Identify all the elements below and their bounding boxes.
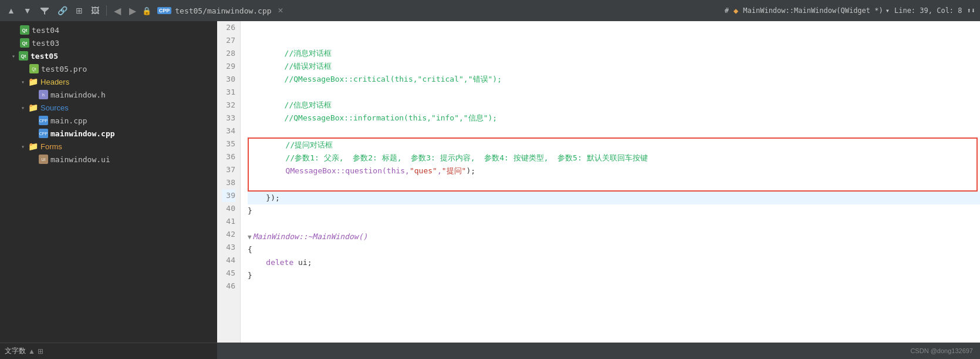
sidebar-item-headers[interactable]: ▾ 📁 Headers: [0, 75, 217, 88]
sidebar-bottom-add-btn[interactable]: ⊞: [38, 347, 43, 355]
ln-42: 42: [222, 228, 235, 241]
sidebar-label-test03: test03: [32, 39, 59, 48]
sidebar-item-mainwindow-h[interactable]: h mainwindow.h: [0, 88, 217, 101]
h-file-icon: h: [39, 90, 48, 99]
ln-31: 31: [222, 86, 235, 99]
code-line-32: //信息对话框: [248, 99, 980, 112]
code-line-27: [248, 34, 980, 47]
sidebar-label-test05: test05: [31, 52, 58, 61]
code-editor[interactable]: 26 27 28 29 30 31 32 33 34 35 36 37 38 3…: [217, 21, 980, 343]
ln-41: 41: [222, 215, 235, 228]
comment-30: //QMessageBox::critical(this,"critical",…: [248, 75, 502, 83]
code-40: }: [248, 206, 252, 215]
code-line-43: {: [248, 243, 980, 256]
toolbar-add-btn[interactable]: ⊞: [73, 5, 85, 16]
sidebar-bottom-up-btn[interactable]: ▲: [28, 347, 35, 355]
sidebar-item-test04[interactable]: Qt test04: [0, 24, 217, 36]
sidebar-item-main-cpp[interactable]: CPP main.cpp: [0, 114, 217, 127]
main-layout: Qt test04 Qt test03 ▾ Qt test05 Qt test0…: [0, 21, 980, 343]
cpp-file-icon: CPP: [157, 7, 172, 14]
comment-28: //消息对话框: [248, 49, 332, 58]
function-color-icon: ◆: [734, 6, 738, 15]
toolbar-image-btn[interactable]: 🖼: [89, 5, 102, 16]
file-tab-label: test05/mainwindow.cpp: [175, 6, 271, 15]
code-line-38: [249, 177, 976, 190]
code-line-35: //提问对话框: [249, 139, 976, 152]
ln-39: 39: [222, 189, 235, 202]
ln-43: 43: [222, 241, 235, 254]
sidebar-label-main-cpp: main.cpp: [50, 116, 87, 125]
file-tab[interactable]: CPP test05/mainwindow.cpp ✕: [157, 5, 286, 16]
ln-27: 27: [222, 34, 235, 47]
ln-40: 40: [222, 202, 235, 215]
toolbar: ▲ ▼ 🔗 ⊞ 🖼 ◀ ▶ 🔒 CPP test05/mainwindow.cp…: [0, 0, 980, 21]
qt-icon-test03: Qt: [20, 38, 29, 48]
comment-36: //参数1: 父亲, 参数2: 标题, 参数3: 提示内容, 参数4: 按键类型…: [249, 153, 648, 162]
sidebar-item-test05[interactable]: ▾ Qt test05: [0, 49, 217, 62]
code-lines: //消息对话框 //错误对话框 //QMessageBox::critical(…: [241, 21, 980, 343]
ln-36: 36: [222, 150, 235, 163]
cpp-icon-main: CPP: [39, 116, 48, 125]
code-line-28: //消息对话框: [248, 47, 980, 60]
code-37-str2: "提问": [442, 166, 467, 175]
toolbar-up-down-icon: ⬆⬇: [967, 6, 975, 15]
ln-32: 32: [222, 99, 235, 112]
sidebar-item-forms[interactable]: ▾ 📁 Forms: [0, 140, 217, 153]
hash-symbol: #: [725, 6, 729, 15]
sidebar-item-sources[interactable]: ▾ 📁 Sources: [0, 101, 217, 114]
toolbar-down-btn[interactable]: ▼: [21, 5, 34, 16]
chevron-sources-icon: ▾: [21, 105, 25, 111]
code-line-46: [248, 282, 980, 295]
code-44-delete: delete: [248, 258, 298, 267]
sidebar-label-sources: Sources: [40, 103, 69, 112]
sidebar-label-forms: Forms: [40, 142, 62, 151]
code-line-39: });: [248, 192, 980, 204]
comment-29: //错误对话框: [248, 62, 332, 71]
sidebar-item-mainwindow-cpp[interactable]: CPP mainwindow.cpp: [0, 127, 217, 140]
qt-icon-test04: Qt: [20, 25, 29, 35]
toolbar-filter-btn[interactable]: [38, 5, 52, 16]
qt-icon-test05: Qt: [19, 51, 28, 61]
code-37-end: );: [466, 166, 475, 175]
toolbar-up-btn[interactable]: ▲: [5, 5, 18, 16]
toolbar-forward-btn[interactable]: ▶: [127, 4, 138, 18]
code-37-func: QMessageBox::question(this,: [249, 166, 410, 175]
sidebar-label-headers: Headers: [40, 78, 69, 86]
ln-30: 30: [222, 73, 235, 86]
ln-29: 29: [222, 60, 235, 73]
code-37-str1: "ques": [410, 166, 437, 175]
comment-35: //提问对话框: [249, 140, 333, 149]
sidebar: Qt test04 Qt test03 ▾ Qt test05 Qt test0…: [0, 21, 217, 343]
function-selector[interactable]: MainWindow::MainWindow(QWidget *) ▾: [743, 6, 890, 15]
bottom-bar: 文字数 ▲ ⊞ CSDN @dong132697: [0, 343, 980, 359]
code-44-ui: ui;: [298, 258, 312, 267]
chevron-down-icon: ▾: [886, 6, 890, 15]
collapse-arrow-42[interactable]: ▼: [248, 231, 252, 244]
code-line-26: [248, 21, 980, 34]
ln-34: 34: [222, 125, 235, 137]
pro-file-icon: Qt: [29, 64, 39, 73]
sidebar-item-test05pro[interactable]: Qt test05.pro: [0, 62, 217, 75]
ln-35: 35: [222, 137, 235, 150]
status-bar: CSDN @dong132697: [217, 343, 980, 359]
code-37-comma: ,: [437, 166, 442, 175]
chevron-right-icon: ▾: [12, 53, 15, 59]
line-col-display: Line: 39, Col: 8: [894, 6, 962, 15]
ln-45: 45: [222, 267, 235, 280]
code-line-45: }: [248, 269, 980, 282]
chevron-forms-icon: ▾: [21, 143, 25, 150]
toolbar-link-btn[interactable]: 🔗: [55, 5, 70, 16]
toolbar-divider-1: [106, 5, 107, 16]
function-label: MainWindow::MainWindow(QWidget *): [743, 6, 883, 15]
status-bar-right: CSDN @dong132697: [910, 347, 973, 354]
sidebar-item-mainwindow-ui[interactable]: UI mainwindow.ui: [0, 153, 217, 166]
code-content: 26 27 28 29 30 31 32 33 34 35 36 37 38 3…: [217, 21, 980, 343]
line-numbers: 26 27 28 29 30 31 32 33 34 35 36 37 38 3…: [217, 21, 241, 343]
code-line-42: ▼MainWindow::~MainWindow(): [248, 230, 980, 243]
sidebar-bottom-text: 文字数: [5, 346, 26, 356]
close-tab-btn[interactable]: ✕: [275, 5, 286, 16]
code-line-33: //QMessageBox::information(this,"info","…: [248, 112, 980, 125]
toolbar-back-btn[interactable]: ◀: [111, 4, 123, 18]
sidebar-item-test03[interactable]: Qt test03: [0, 36, 217, 49]
highlighted-block: //提问对话框 //参数1: 父亲, 参数2: 标题, 参数3: 提示内容, 参…: [248, 137, 978, 192]
